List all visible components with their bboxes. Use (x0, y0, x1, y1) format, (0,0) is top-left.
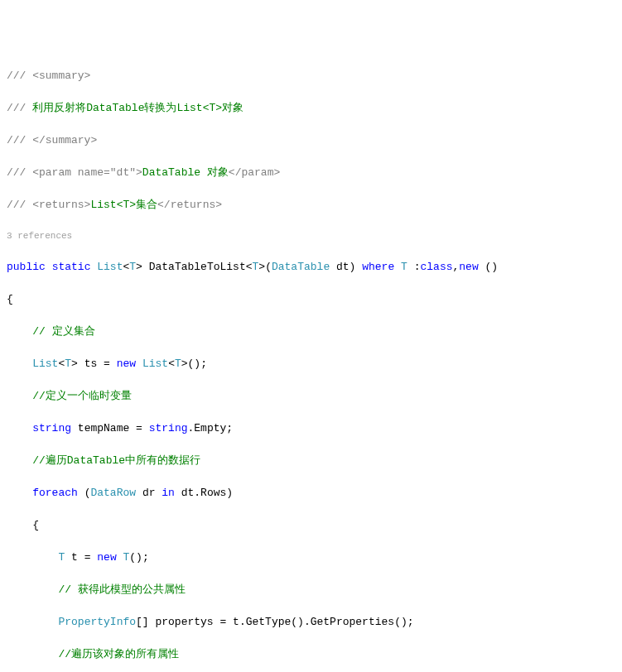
code-line: foreach (DataRow dr in dt.Rows) (0, 485, 622, 502)
var-dr: dr (142, 487, 156, 499)
keyword-string: string (149, 422, 188, 434)
type-list: List (142, 358, 168, 370)
prop-empty: Empty (194, 422, 226, 434)
xml-doc-comment: /// </summary> (7, 134, 97, 146)
comment: //遍历该对象的所有属性 (58, 648, 179, 660)
comment: //定义一个临时变量 (32, 390, 132, 402)
code-line: /// 利用反射将DataTable转换为List<T>对象 (0, 100, 622, 117)
method-name: DataTableToList (149, 261, 246, 273)
xml-doc-param-close: </param> (229, 166, 280, 179)
keyword-public: public (7, 261, 46, 273)
keyword-foreach: foreach (32, 487, 78, 499)
code-line: /// </summary> (0, 132, 622, 149)
code-line: /// <returns>List<T>集合</returns> (0, 197, 622, 214)
xml-doc-comment: /// <summary> (7, 70, 90, 82)
keyword-static: static (52, 261, 91, 273)
xml-param-content: DataTable 对象 (142, 166, 229, 179)
code-line: public static List<T> DataTableToList<T>… (0, 259, 622, 276)
code-line: // 定义集合 (0, 324, 622, 340)
var-t: t (71, 551, 78, 564)
code-line: { (0, 291, 622, 308)
type-t: T (65, 358, 71, 370)
type-datatable: DataTable (272, 261, 330, 273)
type-t: T (175, 358, 181, 370)
var-propertys: propertys (155, 616, 213, 628)
code-line: { (0, 517, 622, 534)
var-ts: ts (84, 358, 98, 370)
type-propertyinfo: PropertyInfo (58, 616, 136, 628)
code-line: /// <summary> (0, 68, 622, 84)
keyword-in: in (162, 487, 175, 499)
keyword-new: new (97, 551, 116, 564)
comment: // 定义集合 (32, 325, 94, 338)
xml-doc-returns-close: </returns> (157, 199, 222, 211)
type-datarow: DataRow (90, 487, 136, 499)
var-tempname: tempName (78, 422, 129, 434)
param-dt: dt (336, 261, 350, 273)
xml-doc-content: 利用反射将DataTable转换为List<T>对象 (32, 102, 243, 114)
type-t: T (58, 551, 65, 564)
comment: // 获得此模型的公共属性 (58, 583, 185, 596)
type-list: List (97, 261, 123, 273)
xml-returns-content: List<T>集合 (90, 199, 157, 211)
code-line: //遍历DataTable中所有的数据行 (0, 453, 622, 469)
xml-doc-param: /// <param name="dt"> (7, 166, 142, 179)
code-line: //遍历该对象的所有属性 (0, 646, 622, 663)
code-line: string tempName = string.Empty; (0, 420, 622, 437)
keyword-new: new (117, 358, 136, 370)
code-line: PropertyInfo[] propertys = t.GetType().G… (0, 614, 622, 631)
xml-doc-text: /// (7, 102, 32, 114)
keyword-where: where (362, 261, 394, 273)
keyword-string: string (32, 422, 71, 434)
expr-dt-rows: dt.Rows (181, 487, 227, 499)
xml-doc-returns: /// <returns> (7, 199, 90, 211)
comment: //遍历DataTable中所有的数据行 (32, 454, 200, 467)
code-line: List<T> ts = new List<T>(); (0, 356, 622, 372)
keyword-new: new (459, 261, 478, 273)
reference-count[interactable]: 3 references (0, 229, 622, 243)
code-line: T t = new T(); (0, 550, 622, 566)
code-line: //定义一个临时变量 (0, 388, 622, 405)
expr-gettype: t.GetType().GetProperties(); (233, 616, 413, 628)
type-list: List (32, 358, 58, 370)
type-param: T (129, 261, 136, 273)
code-line: /// <param name="dt">DataTable 对象</param… (0, 165, 622, 181)
code-line: // 获得此模型的公共属性 (0, 582, 622, 598)
type-constraint: T (401, 261, 407, 273)
keyword-class: class (420, 261, 452, 273)
